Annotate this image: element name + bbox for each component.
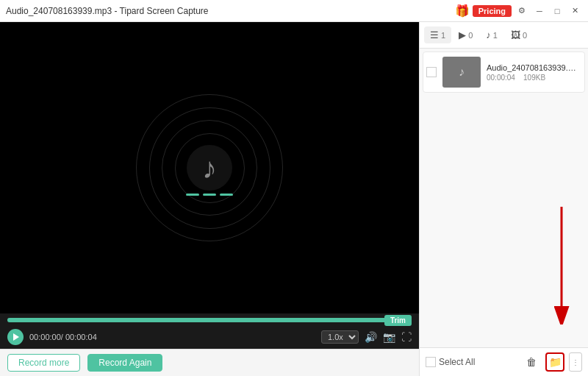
action-icons: 🗑 📁 ⋮ [522,352,582,372]
bottom-action-bar: Record more Record Again [0,349,419,376]
file-name: Audio_240708163939.mp3 [487,63,581,72]
play-icon [13,333,19,341]
title-bar-right: 🎁 Pricing ⚙ ─ □ ✕ [455,4,582,18]
minimize-button[interactable]: ─ [532,4,547,18]
list-icon: ☰ [430,29,439,40]
record-again-button[interactable]: Record Again [87,354,162,372]
play-button[interactable] [7,329,24,345]
app-container: Audio_240708163939.mp3 - Tipard Screen C… [0,0,588,376]
progress-bar-track[interactable]: Trim [7,318,412,322]
eq-dash-3 [220,194,233,196]
tab-image[interactable]: 🖼 0 [505,26,533,43]
right-panel: ☰ 1 ▶ 0 ♪ 1 🖼 0 [419,22,588,376]
eq-dash-2 [203,194,216,196]
eq-dashes [186,194,233,196]
app-title: Audio_240708163939.mp3 - Tipard Screen C… [6,6,209,16]
tab-list[interactable]: ☰ 1 [424,26,451,43]
file-meta: 00:00:04 109KB [487,74,581,82]
pricing-button[interactable]: Pricing [473,5,512,17]
delete-icon[interactable]: 🗑 [522,352,541,372]
left-panel: ♪ Trim 00: [0,22,419,376]
select-all-label: Select All [439,357,475,367]
tab-bar: ☰ 1 ▶ 0 ♪ 1 🖼 0 [420,22,588,49]
thumb-note-icon: ♪ [459,65,465,79]
video-icon: ▶ [459,29,466,40]
file-list: ♪ Audio_240708163939.mp3 00:00:04 109KB [420,49,588,347]
more-icon[interactable]: ⋮ [569,352,582,372]
tab-audio[interactable]: ♪ 1 [480,26,503,43]
music-visual: ♪ [136,94,283,241]
file-info: Audio_240708163939.mp3 00:00:04 109KB [487,63,581,82]
thumb-inner: ♪ [442,57,481,88]
folder-icon[interactable]: 📁 [545,352,564,372]
maximize-button[interactable]: □ [550,4,564,18]
tab-video[interactable]: ▶ 0 [453,26,478,43]
file-thumbnail: ♪ [442,57,481,88]
file-size: 109KB [523,74,545,82]
camera-icon[interactable]: 📷 [383,331,395,343]
trim-button[interactable]: Trim [384,315,412,326]
pricing-label: Pricing [478,7,506,15]
close-button[interactable]: ✕ [567,4,582,18]
title-bar: Audio_240708163939.mp3 - Tipard Screen C… [0,0,588,22]
time-display: 00:00:00/ 00:00:04 [29,333,97,341]
select-all-checkbox[interactable] [426,357,436,367]
playback-controls: 00:00:00/ 00:00:04 1.0x 0.5x 1.5x 2.0x 🔊… [0,325,419,349]
settings-button[interactable]: ⚙ [514,4,529,18]
image-icon: 🖼 [511,29,520,40]
music-note-icon: ♪ [202,152,217,185]
eq-dash-1 [186,194,199,196]
tab-audio-count: 1 [493,31,498,40]
file-item: ♪ Audio_240708163939.mp3 00:00:04 109KB [423,52,585,93]
progress-bar-fill [7,318,392,322]
file-duration: 00:00:04 [487,74,515,82]
audio-tab-icon: ♪ [486,29,491,40]
video-area: ♪ [0,22,419,313]
file-checkbox[interactable] [426,67,437,77]
tab-video-count: 0 [468,31,473,40]
record-more-button[interactable]: Record more [7,354,80,372]
tab-image-count: 0 [523,31,527,40]
fullscreen-icon[interactable]: ⛶ [401,331,412,343]
title-bar-left: Audio_240708163939.mp3 - Tipard Screen C… [6,6,209,16]
tab-list-count: 1 [441,31,445,40]
select-all-area: Select All [426,357,475,367]
progress-area: Trim [0,313,419,325]
volume-icon[interactable]: 🔊 [365,331,377,343]
speed-select[interactable]: 1.0x 0.5x 1.5x 2.0x [321,330,359,344]
app-body: ♪ Trim 00: [0,22,588,376]
right-bottom-toolbar: Select All 🗑 📁 ⋮ [420,347,588,376]
gift-icon: 🎁 [455,4,470,18]
